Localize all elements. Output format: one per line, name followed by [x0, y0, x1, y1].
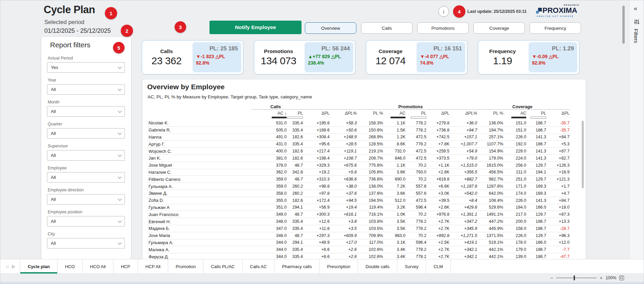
cell: 531.0 [251, 120, 287, 126]
column-header-coverage-pl[interactable]: ΔPL [547, 110, 570, 120]
table-row[interactable]: Эмине Д.358.0260.2+97.8+37.6137.6%3.6K55… [147, 190, 570, 197]
cell: 347.0 [251, 225, 287, 232]
cell: +419.1 [450, 239, 478, 246]
view-tab-coverage[interactable]: Coverage [473, 22, 525, 34]
cell: 519.1% [478, 239, 504, 246]
cell: 456.5% [478, 169, 504, 176]
page-tab-survey[interactable]: Survey [397, 259, 426, 274]
column-header-promotions-pl[interactable]: PL % [478, 110, 504, 120]
table-row[interactable]: Малика А.344.0335.4+8.6+2.6102.6%3.4K778… [147, 246, 570, 253]
cell: 194.7% [478, 126, 504, 134]
table-row[interactable]: Wojciech C.400.0182.6+217.4+119.1219.1%7… [147, 148, 570, 155]
table-scrollbar-thumb[interactable] [582, 121, 584, 188]
page-tab-cycle-plan[interactable]: Cycle plan [20, 259, 58, 274]
column-header-promotions-pl[interactable]: ΔPL [427, 110, 450, 120]
zoom-in-icon[interactable]: + [600, 276, 602, 280]
page-tab-hco-all[interactable]: HCO All [83, 259, 113, 274]
view-tab-calls[interactable]: Calls [361, 22, 413, 34]
table-row[interactable]: Jose Maria346.048.7+297.3+609.9709.9%963… [147, 232, 570, 239]
cell: +168.9 [330, 134, 357, 141]
cell: 260.2 [287, 183, 304, 190]
page-tab-hcp[interactable]: HCP [113, 259, 138, 274]
table-row[interactable]: Zofia D.355.0182.6+172.4+94.5194.5%512.0… [147, 197, 570, 204]
column-header-promotions-pl[interactable]: ΔPL% [450, 110, 478, 120]
cell: 136.0% [478, 120, 504, 126]
column-header-coverage-ac[interactable]: AC [504, 110, 527, 120]
zoom-slider-thumb[interactable] [574, 276, 575, 280]
cell: +3.0K [427, 190, 450, 197]
column-header-coverage-pl[interactable]: PL [527, 110, 547, 120]
page-tab-prescription[interactable]: Prescription [320, 259, 358, 274]
table-row[interactable]: Евгений Н.348.0335.4+12.6+3.8103.8%3.5K7… [147, 218, 570, 225]
notify-employee-button[interactable]: Notify Employee [209, 21, 302, 34]
cell: 70.2 [406, 162, 427, 169]
view-tab-overview[interactable]: Overview [305, 22, 356, 34]
page-tab-hco[interactable]: HCO [58, 259, 83, 274]
view-tab-frequency[interactable]: Frequency [530, 22, 581, 34]
table-row[interactable]: Hanna491.0182.6+308.4+168.9268.9%1.2K472… [147, 134, 570, 141]
column-header-promotions-ac[interactable]: AC [384, 110, 406, 120]
collapse-pane-icon[interactable]: « [634, 5, 637, 12]
table-row[interactable]: Артур Г.431.0335.4+95.6+28.5128.5%8.6K77… [147, 141, 570, 148]
zoom-out-icon[interactable]: − [550, 276, 553, 280]
column-header-calls-pl[interactable]: PL % [357, 110, 384, 120]
table-row[interactable]: Наталия С.362.0342.8+19.2+5.6105.6%3.6K7… [147, 169, 570, 176]
table-row[interactable]: Juan Francisco349.048.7+300.3+616.1716.1… [147, 211, 570, 218]
column-header-promotions-pl[interactable]: PL [406, 110, 427, 120]
next-page-icon[interactable]: ▷ [12, 264, 15, 269]
zoom-slider[interactable] [556, 278, 597, 278]
table-row[interactable]: Nicolae K.531.0335.4+195.6+58.3158.3%1.1… [147, 120, 570, 126]
page-tab-calls-ac[interactable]: Calls AC [243, 259, 275, 274]
group-header-promotions: Promotions [384, 102, 504, 110]
page-tab-calls-pl-ac[interactable]: Calls PL/AC [203, 259, 242, 274]
page-tab-hcp-all[interactable]: HCP All [138, 259, 169, 274]
employee-name: Артур Г. [147, 141, 251, 148]
column-header-calls-ac[interactable]: AC ↓ [251, 110, 287, 120]
cell: 793.0 [406, 169, 427, 176]
filter-dropdown-actual-period[interactable]: Yes [47, 62, 125, 73]
filter-adjust-icon[interactable] [634, 19, 640, 26]
filter-dropdown-employee-position[interactable]: All [47, 216, 125, 227]
table-row[interactable]: Jose Miguel378.048.7+329.3+675.6775.6%1.… [147, 162, 570, 169]
filter-dropdown-month[interactable]: All [47, 106, 125, 117]
step-badge-2: 2 [121, 25, 133, 37]
page-tab-pharmacy-calls[interactable]: Pharmacy calls [274, 259, 319, 274]
employee-name: Гульнара А. [147, 183, 251, 190]
kpi-card-promotions[interactable]: Promotions134 073PL: 56 244▲+77 829 △PL2… [254, 40, 355, 74]
table-row[interactable]: Gabriela R.505.0335.4+169.6+50.6150.6%1.… [147, 126, 570, 134]
column-header-calls-pl[interactable]: ΔPL% [330, 110, 357, 120]
cell: 48.7 [287, 211, 304, 218]
column-header-calls-pl[interactable]: ΔPL [304, 110, 330, 120]
page-tab-double-calls[interactable]: Double calls [358, 259, 397, 274]
info-icon[interactable]: i [438, 6, 449, 17]
cell: +108.7 [330, 155, 357, 162]
kpi-card-frequency[interactable]: Frequency1.19PL: 1.29▼-0.09 △PL92.8% [478, 40, 579, 74]
filter-dropdown-supervisor[interactable]: All [47, 150, 125, 161]
table-row[interactable]: Мадина Б.347.0335.4+11.6+3.5103.5%3.5K77… [147, 225, 570, 232]
table-row[interactable]: Filiberto Carrero359.048.7+310.3+636.673… [147, 176, 570, 183]
kpi-card-calls[interactable]: Calls23 362PL: 25 185▼-1 823 △PL92.8% [142, 40, 243, 74]
filter-dropdown-year[interactable]: All [47, 84, 125, 95]
filter-dropdown-quarter[interactable]: All [47, 128, 125, 139]
filter-dropdown-employee-direction[interactable]: All [47, 194, 125, 205]
group-header-coverage: Coverage [504, 102, 570, 110]
table-row[interactable]: Гульжан А351.0294.1+56.9+19.4119.4%3.2K5… [147, 204, 570, 211]
filter-dropdown-city[interactable]: All [47, 238, 125, 249]
fit-to-page-icon[interactable] [619, 276, 624, 280]
selected-period-value: 01/12/2025 - 25/12/2025 [44, 27, 111, 34]
page-scrollbar-thumb[interactable] [622, 6, 625, 44]
page-tab-clm[interactable]: CLM [426, 259, 450, 274]
filter-dropdown-employee[interactable]: All [47, 172, 125, 183]
filters-pane-label[interactable]: Filters [633, 29, 639, 43]
prev-page-icon[interactable]: ◁ [5, 264, 8, 269]
employee-matrix: CallsPromotionsCoverageAC ↓PLΔPLΔPL%PL %… [147, 102, 570, 260]
page-tab-promotion[interactable]: Promotion [168, 259, 203, 274]
column-header-calls-pl[interactable]: PL [287, 110, 304, 120]
view-tab-promotions[interactable]: Promotions [417, 22, 469, 34]
kpi-card-coverage[interactable]: Coverage12 074PL: 16 151▼-4 077 △PL74.8% [366, 40, 467, 74]
cell: 335.4 [287, 141, 304, 148]
table-row[interactable]: Гульнара А.359.0260.2+98.8+38.0138.0%7.2… [147, 183, 570, 190]
table-row[interactable]: Jan K.381.0182.6+198.4+108.7208.7%846.04… [147, 155, 570, 162]
cell: 445.9% [478, 225, 504, 232]
table-row[interactable]: Гульмира А.344.0294.1+49.9+17.0117.0%3.1… [147, 239, 570, 246]
